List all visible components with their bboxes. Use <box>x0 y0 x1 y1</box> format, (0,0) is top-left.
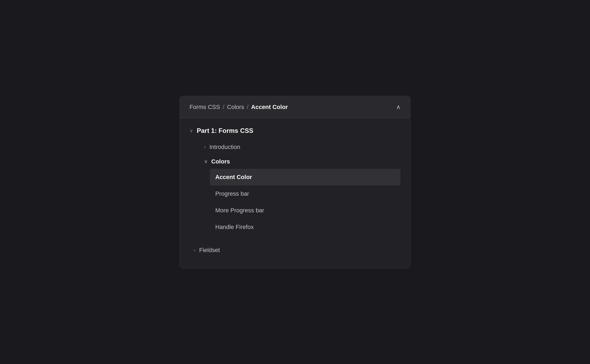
collapse-icon[interactable]: ∧ <box>396 104 400 111</box>
sub-item-label: Accent Color <box>215 174 252 180</box>
fieldset-label: Fieldset <box>199 247 220 254</box>
sub-item-label: Progress bar <box>215 190 249 197</box>
sub-item-handle-firefox[interactable]: Handle Firefox <box>210 219 400 235</box>
section-header-part1[interactable]: ∨ Part 1: Forms CSS <box>190 127 400 134</box>
chevron-right-icon-fieldset: › <box>194 247 195 253</box>
navigation-panel: Forms CSS / Colors / Accent Color ∧ ∨ Pa… <box>180 96 410 268</box>
breadcrumb-part2[interactable]: Colors <box>227 104 244 111</box>
sub-item-more-progress-bar[interactable]: More Progress bar <box>210 202 400 219</box>
breadcrumb-part1[interactable]: Forms CSS <box>190 104 220 111</box>
breadcrumb-separator1: / <box>223 104 224 111</box>
nav-item-fieldset[interactable]: › Fieldset <box>190 243 400 257</box>
chevron-right-icon: › <box>204 144 206 150</box>
nav-item-label: Introduction <box>209 144 240 151</box>
section-title: Part 1: Forms CSS <box>197 127 253 134</box>
breadcrumb-bar: Forms CSS / Colors / Accent Color ∧ <box>180 96 410 118</box>
nav-item-colors[interactable]: ∨ Colors <box>200 154 400 169</box>
chevron-down-icon: ∨ <box>190 128 193 134</box>
colors-label: Colors <box>211 158 230 165</box>
sub-item-label: More Progress bar <box>215 207 264 214</box>
section-items: › Introduction ∨ Colors Accent Color Pro… <box>200 140 400 235</box>
sub-item-label: Handle Firefox <box>215 224 254 230</box>
nav-content: ∨ Part 1: Forms CSS › Introduction ∨ Col… <box>180 118 410 268</box>
sub-item-accent-color[interactable]: Accent Color <box>210 169 400 185</box>
sub-item-progress-bar[interactable]: Progress bar <box>210 185 400 202</box>
colors-sub-items: Accent Color Progress bar More Progress … <box>210 169 400 235</box>
breadcrumb-current[interactable]: Accent Color <box>251 104 288 111</box>
breadcrumb-separator2: / <box>247 104 248 111</box>
chevron-down-icon-colors: ∨ <box>204 159 207 165</box>
nav-item-introduction[interactable]: › Introduction <box>200 140 400 154</box>
breadcrumb: Forms CSS / Colors / Accent Color <box>190 104 288 111</box>
